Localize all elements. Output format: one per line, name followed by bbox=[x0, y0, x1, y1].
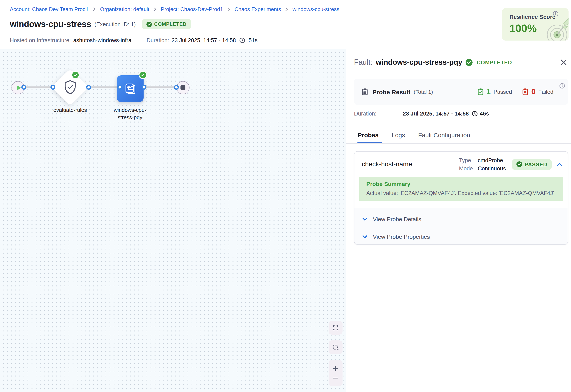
node-port bbox=[21, 84, 26, 89]
zoom-controls bbox=[329, 360, 343, 386]
passed-label: Passed bbox=[494, 89, 512, 95]
passed-group: 1 Passed bbox=[477, 87, 512, 96]
probe-mode-value: Continuous bbox=[478, 165, 506, 171]
success-check-badge bbox=[139, 71, 147, 79]
node-port bbox=[141, 84, 146, 89]
passed-count: 1 bbox=[486, 87, 491, 96]
breadcrumb-account-link[interactable]: Account: Chaos Dev Team Prod1 bbox=[10, 6, 89, 12]
app: Account: Chaos Dev Team Prod1 Organizati… bbox=[0, 0, 571, 392]
clipboard-icon bbox=[361, 88, 368, 96]
breadcrumb-chaos-experiments-link[interactable]: Chaos Experiments bbox=[234, 6, 281, 12]
fault-duration-label: Duration: bbox=[354, 111, 403, 117]
page-title: windows-cpu-stress bbox=[10, 19, 91, 29]
node-label-fault: windows-cpu-stress-pqy bbox=[107, 107, 153, 121]
marquee-selection-icon bbox=[332, 344, 339, 351]
tab-fault-configuration[interactable]: Fault Configuration bbox=[418, 126, 470, 143]
probe-summary-text: Actual value: 'EC2AMAZ-QMVAF4J'. Expecte… bbox=[366, 190, 556, 196]
fault-duration-elapsed: 46s bbox=[480, 111, 489, 117]
probe-type-mode: Type cmdProbe Mode Continuous bbox=[459, 157, 506, 171]
info-icon[interactable] bbox=[559, 83, 565, 91]
probe-mode-label: Mode bbox=[459, 165, 473, 171]
hosted-on-label: Hosted on Infrastructure: bbox=[10, 37, 71, 43]
tab-logs[interactable]: Logs bbox=[392, 126, 405, 143]
execution-id: (Execution ID: 1) bbox=[94, 21, 136, 27]
check-circle-icon bbox=[147, 22, 152, 27]
chevron-right-icon bbox=[285, 7, 288, 11]
probe-name: check-host-name bbox=[362, 161, 412, 168]
title-row: windows-cpu-stress (Execution ID: 1) COM… bbox=[10, 19, 191, 29]
breadcrumb-organization-link[interactable]: Organization: default bbox=[100, 6, 149, 12]
fullscreen-icon bbox=[332, 324, 339, 331]
probe-card-footer: View Probe Details View Probe Properties bbox=[354, 208, 568, 244]
clock-icon bbox=[239, 37, 245, 43]
duration-label: Duration: bbox=[147, 37, 169, 43]
breadcrumb: Account: Chaos Dev Team Prod1 Organizati… bbox=[10, 6, 339, 12]
probe-result-title: Probe Result bbox=[373, 88, 410, 95]
experiment-meta: Hosted on Infrastructure: ashutosh-windo… bbox=[10, 36, 258, 44]
edge-connector bbox=[144, 86, 177, 88]
panel-tabs: Probes Logs Fault Configuration bbox=[346, 126, 571, 144]
pipeline-canvas[interactable]: evaluate-rules windows-cpu-stress-pqy bbox=[0, 49, 346, 392]
edge-connector bbox=[89, 86, 120, 88]
probe-card: check-host-name Type cmdProbe Mode Conti… bbox=[354, 151, 568, 245]
collapse-probe-button[interactable] bbox=[557, 162, 562, 167]
fit-to-screen-button[interactable] bbox=[329, 321, 343, 335]
fault-duration-row: Duration: 23 Jul 2025, 14:57 - 14:58 46s bbox=[354, 111, 489, 117]
chevron-down-icon bbox=[362, 217, 368, 221]
success-check-badge bbox=[71, 71, 80, 79]
play-icon bbox=[16, 85, 21, 90]
view-probe-details-row[interactable]: View Probe Details bbox=[354, 210, 568, 228]
probe-summary-title: Probe Summary bbox=[366, 181, 556, 187]
view-probe-details-label: View Probe Details bbox=[373, 216, 421, 222]
probe-type-label: Type bbox=[459, 157, 473, 163]
shield-check-icon bbox=[63, 80, 77, 97]
fault-status-label: COMPLETED bbox=[477, 59, 512, 65]
chevron-up-icon bbox=[557, 162, 562, 167]
resilience-score-card: Resilience Score 100% bbox=[502, 8, 569, 41]
infrastructure-name: ashutosh-windows-infra bbox=[73, 37, 132, 43]
zoom-out-button[interactable] bbox=[329, 373, 343, 383]
probe-type-value: cmdProbe bbox=[478, 157, 506, 163]
clipboard-check-icon bbox=[477, 88, 484, 96]
view-probe-properties-row[interactable]: View Probe Properties bbox=[354, 228, 568, 245]
node-port bbox=[174, 84, 179, 89]
close-panel-button[interactable] bbox=[559, 58, 568, 67]
fault-name: windows-cpu-stress-pqy bbox=[376, 58, 462, 67]
chevron-right-icon bbox=[227, 7, 230, 11]
node-port bbox=[117, 84, 122, 89]
fault-label: Fault: bbox=[354, 58, 373, 67]
breadcrumb-current-link[interactable]: windows-cpu-stress bbox=[292, 6, 339, 12]
resilience-score-label: Resilience Score bbox=[510, 14, 556, 20]
probe-card-header[interactable]: check-host-name Type cmdProbe Mode Conti… bbox=[354, 152, 568, 177]
check-circle-icon bbox=[516, 161, 522, 167]
failed-label: Failed bbox=[538, 89, 553, 95]
zoom-in-button[interactable] bbox=[329, 364, 343, 373]
chevron-right-icon bbox=[153, 7, 157, 11]
fault-header: Fault: windows-cpu-stress-pqy COMPLETED bbox=[354, 57, 512, 67]
experiment-status-badge: COMPLETED bbox=[142, 19, 191, 29]
node-port bbox=[86, 84, 91, 89]
breadcrumb-project-link[interactable]: Project: Chaos-Dev-Prod1 bbox=[161, 6, 223, 12]
probe-result-card: Probe Result (Total 1) 1 Passed 0 Failed bbox=[354, 79, 568, 105]
failed-group: 0 Failed bbox=[522, 87, 553, 96]
divider bbox=[139, 36, 139, 44]
probe-status-badge: PASSED bbox=[512, 159, 552, 170]
failed-count: 0 bbox=[531, 87, 535, 96]
close-icon bbox=[560, 59, 567, 66]
node-port bbox=[50, 84, 55, 89]
chevron-right-icon bbox=[93, 7, 96, 11]
duration-elapsed: 51s bbox=[249, 37, 258, 43]
clock-icon bbox=[471, 111, 478, 117]
fault-duration-value: 23 Jul 2025, 14:57 - 14:58 bbox=[403, 111, 469, 117]
duration-value: 23 Jul 2025, 14:57 - 14:58 bbox=[171, 37, 236, 43]
resilience-score-value: 100% bbox=[510, 22, 537, 35]
chevron-down-icon bbox=[362, 235, 368, 238]
probe-summary-box: Probe Summary Actual value: 'EC2AMAZ-QMV… bbox=[359, 177, 563, 201]
probe-status-label: PASSED bbox=[525, 161, 547, 167]
marquee-select-button[interactable] bbox=[329, 340, 343, 354]
fault-details-panel: Fault: windows-cpu-stress-pqy COMPLETED … bbox=[346, 49, 571, 392]
experiment-status-label: COMPLETED bbox=[154, 21, 187, 27]
view-probe-properties-label: View Probe Properties bbox=[373, 233, 430, 240]
tab-probes[interactable]: Probes bbox=[358, 126, 379, 143]
probe-result-total: (Total 1) bbox=[414, 89, 433, 95]
